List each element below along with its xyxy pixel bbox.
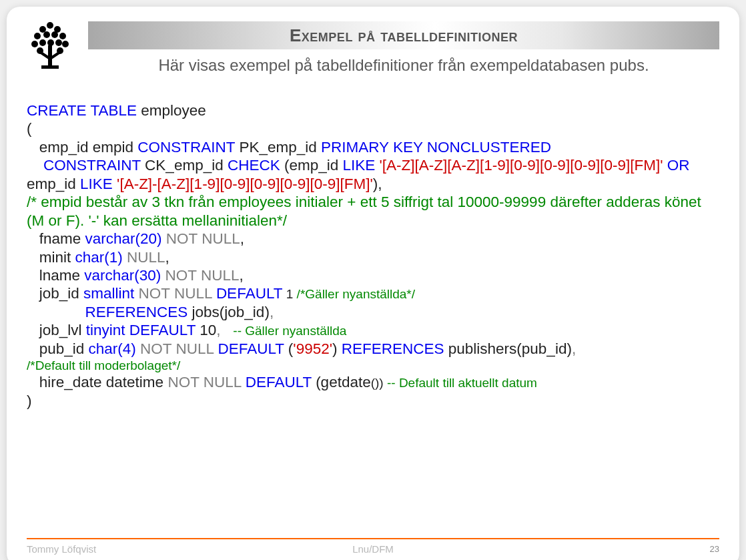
title-bar: Exempel på tabelldefinitioner (88, 21, 719, 49)
svg-rect-15 (41, 65, 59, 69)
code-comment: /* empid består av 3 tkn från employees … (27, 193, 719, 230)
code-line: ) (27, 392, 719, 410)
code-line: REFERENCES jobs(job_id), (27, 303, 719, 321)
svg-point-11 (62, 41, 69, 47)
slide: Exempel på tabelldefinitioner Här visas … (7, 7, 739, 560)
svg-point-6 (59, 33, 66, 39)
code-line: CREATE TABLE employee (27, 101, 719, 119)
slide-title: Exempel på tabelldefinitioner (290, 25, 518, 46)
code-line: CONSTRAINT CK_emp_id CHECK (emp_id LIKE … (27, 156, 719, 193)
svg-point-1 (39, 26, 46, 33)
footer: Tommy Löfqvist Lnu/DFM 23 (27, 538, 719, 555)
code-line: fname varchar(20) NOT NULL, (27, 230, 719, 248)
slide-subtitle: Här visas exempel på tabelldefinitioner … (88, 56, 719, 75)
svg-point-0 (47, 22, 53, 29)
svg-point-3 (34, 33, 41, 39)
code-line: ( (27, 119, 719, 137)
code-line: emp_id empid CONSTRAINT PK_emp_id PRIMAR… (27, 138, 719, 156)
svg-point-10 (55, 39, 62, 46)
tree-logo-icon (27, 20, 73, 73)
code-line: hire_date datetime NOT NULL DEFAULT (get… (27, 373, 719, 391)
code-line: minit char(1) NULL, (27, 248, 719, 266)
header-row: Exempel på tabelldefinitioner Här visas … (27, 20, 719, 75)
code-line: pub_id char(4) NOT NULL DEFAULT ('9952')… (27, 340, 719, 358)
svg-point-4 (43, 31, 50, 38)
svg-point-9 (47, 39, 54, 46)
svg-rect-14 (48, 45, 52, 65)
sql-code-block: CREATE TABLE employee ( emp_id empid CON… (27, 101, 719, 410)
svg-point-8 (39, 39, 46, 46)
code-comment: /*Default till moderbolaget*/ (27, 358, 719, 373)
svg-point-5 (51, 31, 58, 38)
svg-point-7 (31, 41, 38, 47)
code-line: lname varchar(30) NOT NULL, (27, 266, 719, 284)
code-line: job_lvl tinyint DEFAULT 10, -- Gäller ny… (27, 321, 719, 339)
code-line: job_id smallint NOT NULL DEFAULT 1 /*Gäl… (27, 284, 719, 302)
footer-org: Lnu/DFM (27, 543, 719, 555)
